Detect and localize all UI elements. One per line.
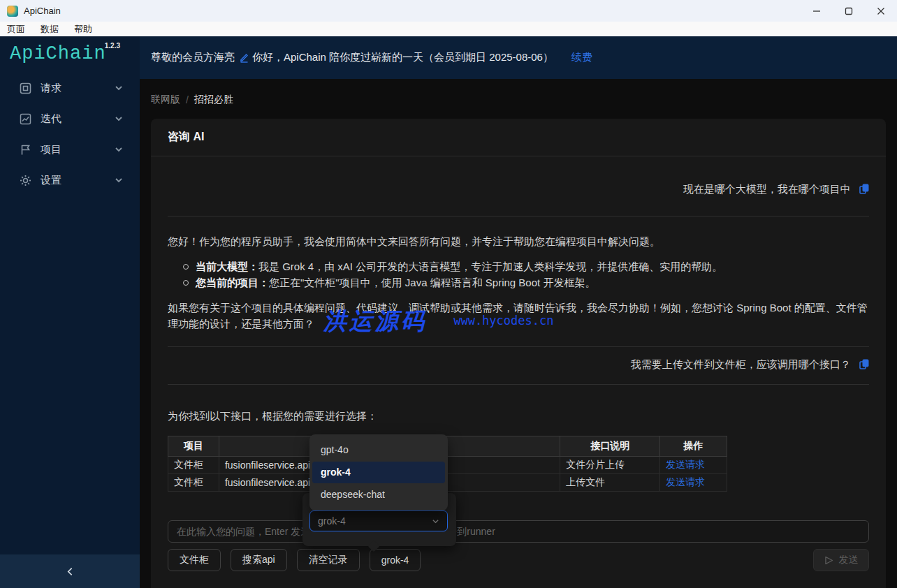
welcome-banner: 尊敬的会员方海亮 你好，ApiChain 陪你度过崭新的一天（会员到期日 202…: [140, 36, 897, 79]
file-cabinet-button[interactable]: 文件柜: [168, 549, 221, 571]
chevron-down-icon: [115, 145, 123, 154]
sidebar-item-request[interactable]: 请求: [0, 73, 140, 103]
chart-icon: [20, 113, 31, 125]
copy-icon[interactable]: [859, 359, 869, 369]
model-option-gpt-4o[interactable]: gpt-4o: [312, 439, 445, 461]
col-header-project: 项目: [168, 436, 219, 457]
model-option-deepseek-chat[interactable]: deepseek-chat: [312, 484, 445, 506]
model-select[interactable]: grok-4: [309, 510, 448, 531]
app-icon: [7, 6, 18, 17]
cell-desc: 文件分片上传: [560, 457, 660, 474]
breadcrumb-current: 招招必胜: [194, 94, 233, 106]
ai-message: 您好！作为您的程序员助手，我会使用简体中文来回答所有问题，并专注于帮助您在编程项…: [168, 233, 869, 332]
model-select-value: grok-4: [318, 515, 346, 527]
cell-project: 文件柜: [168, 457, 219, 474]
send-button[interactable]: 发送: [813, 549, 869, 571]
col-header-action: 操作: [660, 436, 727, 457]
close-button[interactable]: [865, 0, 897, 22]
chevron-left-icon: [66, 567, 75, 576]
flag-icon: [20, 144, 31, 156]
chevron-down-icon: [115, 84, 123, 92]
menu-help[interactable]: 帮助: [74, 23, 92, 36]
user-message: 现在是哪个大模型，我在哪个项目中: [168, 182, 869, 197]
send-label: 发送: [839, 554, 859, 566]
menu-page[interactable]: 页面: [7, 23, 25, 36]
ai-outro-text: 如果您有关于这个项目的具体编程问题、代码建议、调试帮助或其他需求，请随时告诉我，…: [168, 300, 869, 332]
welcome-message: 你好，ApiChain 陪你度过崭新的一天（会员到期日 2025-08-06）: [252, 51, 553, 64]
message-divider: [168, 216, 869, 216]
titlebar: ApiChain: [0, 0, 897, 22]
send-request-link[interactable]: 发送请求: [666, 476, 705, 487]
cell-project: 文件柜: [168, 474, 219, 492]
copy-icon[interactable]: [859, 184, 869, 194]
ai-table-intro: 为你找到以下接口，根据您的需要进行选择：: [168, 409, 869, 424]
main-content: 尊敬的会员方海亮 你好，ApiChain 陪你度过崭新的一天（会员到期日 202…: [140, 36, 897, 588]
send-icon: [824, 556, 833, 565]
clear-history-button[interactable]: 清空记录: [297, 549, 360, 571]
renew-link[interactable]: 续费: [571, 51, 592, 64]
send-request-link[interactable]: 发送请求: [666, 459, 705, 470]
chevron-down-icon: [115, 115, 123, 123]
panel-title: 咨询 AI: [151, 119, 886, 156]
user-message-text: 现在是哪个大模型，我在哪个项目中: [683, 183, 851, 195]
breadcrumb: 联网版 / 招招必胜: [151, 93, 897, 107]
close-icon: [877, 7, 885, 15]
message-divider: [168, 384, 869, 385]
window-title: ApiChain: [24, 6, 61, 16]
bullet-text: 我是 Grok 4，由 xAI 公司开发的大语言模型，专注于加速人类科学发现，并…: [258, 260, 722, 272]
consult-ai-panel: 咨询 AI 现在是哪个大模型，我在哪个项目中 您好！作为您的程序员助手，我会使用…: [151, 119, 886, 588]
member-name: 尊敬的会员方海亮: [151, 51, 235, 64]
sidebar-item-settings[interactable]: 设置: [0, 165, 140, 196]
chevron-down-icon: [432, 517, 439, 525]
bullet-label: 当前大模型：: [196, 260, 258, 272]
chat-area: 现在是哪个大模型，我在哪个项目中 您好！作为您的程序员助手，我会使用简体中文来回…: [151, 182, 886, 571]
model-option-grok-4[interactable]: grok-4: [312, 462, 445, 483]
app-logo: ApiChain: [10, 43, 106, 64]
cell-desc: 上传文件: [560, 474, 660, 492]
search-api-button[interactable]: 搜索api: [231, 549, 287, 571]
gear-icon: [20, 175, 31, 186]
sidebar-item-project[interactable]: 项目: [0, 134, 140, 165]
maximize-button[interactable]: [833, 0, 865, 22]
sidebar: ApiChain 1.2.3 请求 迭代 项目: [0, 36, 140, 588]
question-input[interactable]: [168, 520, 869, 543]
bullet-item: 当前大模型：我是 Grok 4，由 xAI 公司开发的大语言模型，专注于加速人类…: [168, 258, 869, 274]
minimize-button[interactable]: [801, 0, 833, 22]
model-button[interactable]: grok-4: [370, 549, 421, 571]
ai-bullet-list: 当前大模型：我是 Grok 4，由 xAI 公司开发的大语言模型，专注于加速人类…: [168, 258, 869, 291]
version-badge: 1.2.3: [105, 42, 120, 50]
breadcrumb-separator: /: [186, 94, 189, 105]
menu-data[interactable]: 数据: [41, 23, 59, 36]
sidebar-item-label: 请求: [41, 82, 115, 95]
sidebar-item-label: 迭代: [41, 112, 115, 126]
col-header-desc: 接口说明: [560, 436, 660, 457]
user-message: 我需要上传文件到文件柜，应该调用哪个接口？: [168, 357, 869, 372]
ai-intro-text: 您好！作为您的程序员助手，我会使用简体中文来回答所有问题，并专注于帮助您在编程项…: [168, 233, 869, 250]
sidebar-collapse-button[interactable]: [0, 554, 140, 588]
bullet-label: 您当前的项目：: [196, 277, 269, 288]
app-window: ApiChain 页面 数据 帮助 ApiChain 1.2.3: [0, 0, 897, 588]
minimize-icon: [812, 7, 821, 15]
maximize-icon: [845, 7, 853, 15]
bullet-text: 您正在"文件柜"项目中，使用 Java 编程语言和 Spring Boot 开发…: [269, 277, 595, 288]
edit-icon[interactable]: [239, 52, 249, 63]
message-divider: [168, 346, 869, 347]
sidebar-item-label: 设置: [41, 174, 115, 187]
user-message-text: 我需要上传文件到文件柜，应该调用哪个接口？: [631, 358, 851, 370]
breadcrumb-parent[interactable]: 联网版: [151, 94, 180, 106]
chevron-down-icon: [115, 176, 123, 184]
sidebar-item-label: 项目: [41, 143, 115, 156]
window-icon: [20, 82, 31, 94]
model-options-list: gpt-4o grok-4 deepseek-chat: [309, 434, 448, 510]
sidebar-item-iterate[interactable]: 迭代: [0, 103, 140, 134]
menubar: 页面 数据 帮助: [0, 22, 897, 36]
bullet-item: 您当前的项目：您正在"文件柜"项目中，使用 Java 编程语言和 Spring …: [168, 274, 869, 291]
composer-toolbar: 文件柜 搜索api 清空记录 grok-4 发送: [168, 549, 869, 571]
